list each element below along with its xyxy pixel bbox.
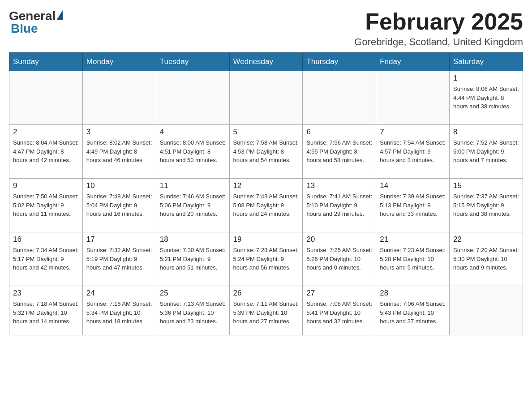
- weekday-header-tuesday: Tuesday: [156, 53, 229, 71]
- day-number: 24: [86, 289, 152, 298]
- weekday-header-monday: Monday: [82, 53, 156, 71]
- logo-blue-text: Blue: [9, 21, 38, 36]
- calendar-cell: 28Sunrise: 7:06 AM Sunset: 5:43 PM Dayli…: [376, 286, 450, 335]
- day-info: Sunrise: 7:06 AM Sunset: 5:43 PM Dayligh…: [380, 300, 446, 326]
- day-info: Sunrise: 7:28 AM Sunset: 5:24 PM Dayligh…: [233, 246, 299, 272]
- week-row-2: 2Sunrise: 8:04 AM Sunset: 4:47 PM Daylig…: [9, 125, 523, 179]
- day-info: Sunrise: 7:39 AM Sunset: 5:13 PM Dayligh…: [380, 192, 446, 218]
- day-info: Sunrise: 7:41 AM Sunset: 5:10 PM Dayligh…: [306, 192, 372, 218]
- day-info: Sunrise: 7:56 AM Sunset: 4:55 PM Dayligh…: [306, 138, 372, 165]
- day-info: Sunrise: 7:48 AM Sunset: 5:04 PM Dayligh…: [86, 192, 152, 218]
- calendar-cell: 17Sunrise: 7:32 AM Sunset: 5:19 PM Dayli…: [82, 232, 156, 286]
- day-number: 12: [233, 181, 299, 190]
- calendar-cell: 27Sunrise: 7:08 AM Sunset: 5:41 PM Dayli…: [303, 286, 376, 335]
- calendar-cell: 11Sunrise: 7:46 AM Sunset: 5:06 PM Dayli…: [156, 179, 229, 232]
- weekday-header-saturday: Saturday: [450, 53, 523, 71]
- calendar-cell: 25Sunrise: 7:13 AM Sunset: 5:36 PM Dayli…: [156, 286, 229, 335]
- day-info: Sunrise: 7:43 AM Sunset: 5:08 PM Dayligh…: [233, 192, 299, 218]
- title-block: February 2025 Gorebridge, Scotland, Unit…: [354, 9, 523, 48]
- calendar-cell: 2Sunrise: 8:04 AM Sunset: 4:47 PM Daylig…: [9, 125, 83, 179]
- day-number: 11: [160, 181, 226, 190]
- day-number: 14: [380, 181, 446, 190]
- calendar-cell: [376, 71, 450, 125]
- calendar-cell: 15Sunrise: 7:37 AM Sunset: 5:15 PM Dayli…: [450, 179, 523, 232]
- day-number: 9: [13, 181, 79, 190]
- calendar-cell: 20Sunrise: 7:25 AM Sunset: 5:26 PM Dayli…: [303, 232, 376, 286]
- calendar-cell: 1Sunrise: 8:06 AM Sunset: 4:44 PM Daylig…: [450, 71, 523, 125]
- calendar-cell: 9Sunrise: 7:50 AM Sunset: 5:02 PM Daylig…: [9, 179, 83, 232]
- calendar-cell: 24Sunrise: 7:16 AM Sunset: 5:34 PM Dayli…: [82, 286, 156, 335]
- day-info: Sunrise: 7:54 AM Sunset: 4:57 PM Dayligh…: [380, 138, 446, 165]
- day-info: Sunrise: 7:25 AM Sunset: 5:26 PM Dayligh…: [306, 246, 372, 272]
- day-info: Sunrise: 7:58 AM Sunset: 4:53 PM Dayligh…: [233, 138, 299, 165]
- day-number: 19: [233, 235, 299, 244]
- weekday-header-sunday: Sunday: [9, 53, 83, 71]
- day-number: 2: [13, 128, 79, 137]
- day-info: Sunrise: 7:08 AM Sunset: 5:41 PM Dayligh…: [306, 300, 372, 326]
- weekday-header-wednesday: Wednesday: [229, 53, 303, 71]
- day-number: 28: [380, 289, 446, 298]
- weekday-header-thursday: Thursday: [303, 53, 376, 71]
- weekday-header-friday: Friday: [376, 53, 450, 71]
- calendar-cell: 6Sunrise: 7:56 AM Sunset: 4:55 PM Daylig…: [303, 125, 376, 179]
- calendar-cell: [156, 71, 229, 125]
- day-info: Sunrise: 7:20 AM Sunset: 5:30 PM Dayligh…: [453, 246, 519, 272]
- day-number: 10: [86, 181, 152, 190]
- week-row-1: 1Sunrise: 8:06 AM Sunset: 4:44 PM Daylig…: [9, 71, 523, 125]
- calendar-cell: [9, 71, 83, 125]
- day-number: 27: [306, 289, 372, 298]
- day-info: Sunrise: 7:50 AM Sunset: 5:02 PM Dayligh…: [13, 192, 79, 218]
- day-number: 17: [86, 235, 152, 244]
- weekday-header-row: SundayMondayTuesdayWednesdayThursdayFrid…: [9, 53, 523, 71]
- day-number: 23: [13, 289, 79, 298]
- calendar-cell: 23Sunrise: 7:18 AM Sunset: 5:32 PM Dayli…: [9, 286, 83, 335]
- calendar-cell: 12Sunrise: 7:43 AM Sunset: 5:08 PM Dayli…: [229, 179, 303, 232]
- calendar-cell: 14Sunrise: 7:39 AM Sunset: 5:13 PM Dayli…: [376, 179, 450, 232]
- day-number: 13: [306, 181, 372, 190]
- calendar-cell: 3Sunrise: 8:02 AM Sunset: 4:49 PM Daylig…: [82, 125, 156, 179]
- week-row-3: 9Sunrise: 7:50 AM Sunset: 5:02 PM Daylig…: [9, 179, 523, 232]
- calendar-cell: 22Sunrise: 7:20 AM Sunset: 5:30 PM Dayli…: [450, 232, 523, 286]
- day-info: Sunrise: 8:00 AM Sunset: 4:51 PM Dayligh…: [160, 138, 226, 165]
- day-info: Sunrise: 7:23 AM Sunset: 5:28 PM Dayligh…: [380, 246, 446, 272]
- calendar-cell: [229, 71, 303, 125]
- calendar-cell: 18Sunrise: 7:30 AM Sunset: 5:21 PM Dayli…: [156, 232, 229, 286]
- calendar-cell: 16Sunrise: 7:34 AM Sunset: 5:17 PM Dayli…: [9, 232, 83, 286]
- day-info: Sunrise: 7:16 AM Sunset: 5:34 PM Dayligh…: [86, 300, 152, 326]
- calendar-cell: [82, 71, 156, 125]
- day-number: 26: [233, 289, 299, 298]
- day-number: 4: [160, 128, 226, 137]
- day-number: 25: [160, 289, 226, 298]
- day-info: Sunrise: 7:13 AM Sunset: 5:36 PM Dayligh…: [160, 300, 226, 326]
- day-number: 5: [233, 128, 299, 137]
- day-number: 3: [86, 128, 152, 137]
- day-number: 15: [453, 181, 519, 190]
- day-info: Sunrise: 7:32 AM Sunset: 5:19 PM Dayligh…: [86, 246, 152, 272]
- calendar-table: SundayMondayTuesdayWednesdayThursdayFrid…: [9, 52, 523, 335]
- calendar-cell: 5Sunrise: 7:58 AM Sunset: 4:53 PM Daylig…: [229, 125, 303, 179]
- day-info: Sunrise: 7:37 AM Sunset: 5:15 PM Dayligh…: [453, 192, 519, 218]
- day-info: Sunrise: 7:46 AM Sunset: 5:06 PM Dayligh…: [160, 192, 226, 218]
- logo: General Blue: [9, 9, 63, 36]
- calendar-cell: 4Sunrise: 8:00 AM Sunset: 4:51 PM Daylig…: [156, 125, 229, 179]
- calendar-cell: 10Sunrise: 7:48 AM Sunset: 5:04 PM Dayli…: [82, 179, 156, 232]
- day-number: 20: [306, 235, 372, 244]
- week-row-4: 16Sunrise: 7:34 AM Sunset: 5:17 PM Dayli…: [9, 232, 523, 286]
- day-number: 1: [453, 74, 519, 83]
- day-number: 6: [306, 128, 372, 137]
- day-number: 21: [380, 235, 446, 244]
- calendar-cell: 8Sunrise: 7:52 AM Sunset: 5:00 PM Daylig…: [450, 125, 523, 179]
- calendar-cell: 7Sunrise: 7:54 AM Sunset: 4:57 PM Daylig…: [376, 125, 450, 179]
- day-number: 8: [453, 128, 519, 137]
- month-title: February 2025: [354, 9, 523, 34]
- page-header: General Blue February 2025 Gorebridge, S…: [9, 9, 523, 48]
- week-row-5: 23Sunrise: 7:18 AM Sunset: 5:32 PM Dayli…: [9, 286, 523, 335]
- day-info: Sunrise: 8:02 AM Sunset: 4:49 PM Dayligh…: [86, 138, 152, 165]
- day-info: Sunrise: 7:34 AM Sunset: 5:17 PM Dayligh…: [13, 246, 79, 272]
- location-text: Gorebridge, Scotland, United Kingdom: [354, 36, 523, 48]
- day-number: 7: [380, 128, 446, 137]
- calendar-cell: 13Sunrise: 7:41 AM Sunset: 5:10 PM Dayli…: [303, 179, 376, 232]
- calendar-cell: 21Sunrise: 7:23 AM Sunset: 5:28 PM Dayli…: [376, 232, 450, 286]
- day-number: 22: [453, 235, 519, 244]
- day-info: Sunrise: 8:06 AM Sunset: 4:44 PM Dayligh…: [453, 85, 519, 111]
